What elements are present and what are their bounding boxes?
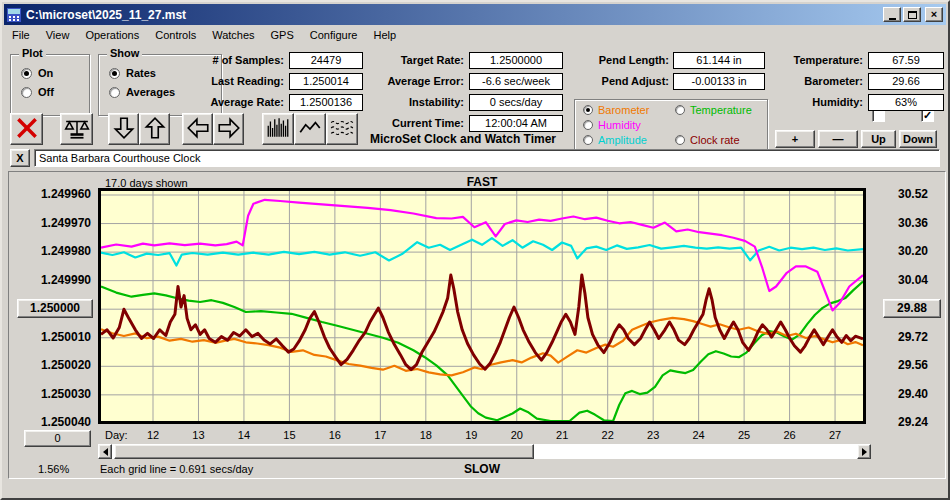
plot-area <box>98 188 866 424</box>
window-title: C:\microset\2025_11_27.mst <box>26 8 881 22</box>
radio-option-off[interactable]: Off <box>21 86 54 98</box>
menu-item-gps[interactable]: GPS <box>263 27 302 43</box>
arrow-right-button[interactable] <box>213 113 244 145</box>
chart-canvas <box>98 188 866 424</box>
left-axis-label: 1.249970 <box>17 216 91 231</box>
day-label: 20 <box>502 429 532 441</box>
right-axis-label: 29.24 <box>887 415 939 430</box>
clear-session-button[interactable]: X <box>10 149 30 167</box>
arrow-up-button[interactable] <box>139 113 170 145</box>
right-axis-label: 30.04 <box>887 273 939 288</box>
radio-option-rates[interactable]: Rates <box>109 67 156 79</box>
right-axis-label: 29.40 <box>887 387 939 402</box>
field-value-average-rate[interactable]: 1.2500136 <box>289 94 363 111</box>
scroll-left-button[interactable] <box>98 444 112 459</box>
plot-group-title: Plot <box>19 47 46 59</box>
waves-button[interactable] <box>326 113 358 145</box>
menu-item-configure[interactable]: Configure <box>302 27 366 43</box>
waves-icon <box>329 115 355 143</box>
slow-label: SLOW <box>98 462 866 476</box>
maximize-icon <box>908 11 917 19</box>
app-window: C:\microset\2025_11_27.mst × FileViewOpe… <box>0 0 950 500</box>
left-axis-label: 1.250040 <box>17 415 91 430</box>
field-label-average-rate: Average Rate: <box>152 94 284 110</box>
day-label: 12 <box>138 429 168 441</box>
close-button[interactable]: × <box>925 7 943 22</box>
day-label: 13 <box>183 429 213 441</box>
zero-offset-button[interactable]: 0 <box>24 430 91 447</box>
histogram-button[interactable] <box>262 113 294 145</box>
down-button[interactable]: Down <box>899 130 937 148</box>
field-value-pend-adjust[interactable]: -0.00133 in <box>673 73 765 90</box>
left-axis-label: 1.250010 <box>17 330 91 345</box>
plus-button[interactable]: + <box>775 130 815 148</box>
legend-option-barometer[interactable]: Barometer <box>583 104 649 116</box>
right-axis-label: 30.20 <box>887 244 939 259</box>
legend-option-amplitude[interactable]: Amplitude <box>583 134 647 146</box>
left-axis-label: 1.250030 <box>17 387 91 402</box>
menu-item-view[interactable]: View <box>38 27 78 43</box>
radio-icon <box>675 135 685 145</box>
left-axis-button[interactable]: 1.250000 <box>17 299 93 318</box>
field-value-temperature[interactable]: 67.59 <box>868 52 944 69</box>
legend-label: Temperature <box>690 104 752 116</box>
day-label: 15 <box>274 429 304 441</box>
field-value-num-samples[interactable]: 24479 <box>289 52 363 69</box>
chart-scrollbar[interactable] <box>98 444 871 459</box>
day-label: 17 <box>365 429 395 441</box>
legend-option-clock-rate[interactable]: Clock rate <box>675 134 740 146</box>
radio-icon <box>675 105 685 115</box>
legend-option-temperature[interactable]: Temperature <box>675 104 752 116</box>
radio-icon <box>583 120 593 130</box>
scroll-right-button[interactable] <box>857 444 871 459</box>
menu-item-file[interactable]: File <box>4 27 38 43</box>
field-value-average-error[interactable]: -6.6 sec/week <box>469 73 563 90</box>
arrow-down-button[interactable] <box>108 113 139 145</box>
session-name-input[interactable] <box>34 149 940 167</box>
right-axis-button[interactable]: 29.88 <box>883 299 941 318</box>
right-axis-label: 30.36 <box>887 216 939 231</box>
field-value-current-time[interactable]: 12:00:04 AM <box>469 115 563 132</box>
legend-label: Barometer <box>598 104 649 116</box>
balance-scale-button[interactable] <box>60 113 93 145</box>
menu-item-controls[interactable]: Controls <box>147 27 204 43</box>
field-label-pend-length: Pend Length: <box>562 52 669 68</box>
minimize-button[interactable] <box>883 7 901 22</box>
field-label-temperature: Temperature: <box>758 52 863 68</box>
radio-icon <box>109 87 120 98</box>
field-value-barometer[interactable]: 29.66 <box>868 73 944 90</box>
menu-item-help[interactable]: Help <box>366 27 405 43</box>
field-value-target-rate[interactable]: 1.2500000 <box>469 52 563 69</box>
trace-legend-box: BarometerHumidityAmplitudeTemperatureClo… <box>574 99 768 150</box>
up-button[interactable]: Up <box>861 130 896 148</box>
field-label-current-time: Current Time: <box>354 115 464 131</box>
left-axis-label: 1.249980 <box>17 244 91 259</box>
radio-icon <box>21 87 32 98</box>
minus-button[interactable]: — <box>818 130 858 148</box>
day-label: 23 <box>638 429 668 441</box>
arrow-down-icon <box>111 115 137 143</box>
field-value-humidity[interactable]: 63% <box>868 94 944 111</box>
title-bar[interactable]: C:\microset\2025_11_27.mst × <box>4 4 946 25</box>
legend-option-humidity[interactable]: Humidity <box>583 119 641 131</box>
menu-item-operations[interactable]: Operations <box>77 27 147 43</box>
series-clock-rate <box>101 275 863 370</box>
right-axis-label: 29.72 <box>887 330 939 345</box>
field-label-barometer: Barometer: <box>758 73 863 89</box>
left-axis-label: 1.249990 <box>17 273 91 288</box>
field-label-instability: Instability: <box>354 94 464 110</box>
radio-option-on[interactable]: On <box>21 67 53 79</box>
field-value-last-reading[interactable]: 1.250014 <box>289 73 363 90</box>
maximize-button[interactable] <box>903 7 921 22</box>
red-x-button[interactable] <box>10 113 43 145</box>
day-axis-prefix: Day: <box>105 429 128 441</box>
arrow-left-button[interactable] <box>182 113 213 145</box>
field-label-last-reading: Last Reading: <box>152 73 284 89</box>
legend-label: Humidity <box>598 119 641 131</box>
scrollbar-thumb[interactable] <box>114 444 534 459</box>
menu-item-watches[interactable]: Watches <box>204 27 262 43</box>
field-value-pend-length[interactable]: 61.144 in <box>673 52 765 69</box>
field-value-instability[interactable]: 0 secs/day <box>469 94 563 111</box>
zigzag-button[interactable] <box>294 113 326 145</box>
zoom-percent-label: 1.56% <box>38 463 69 475</box>
